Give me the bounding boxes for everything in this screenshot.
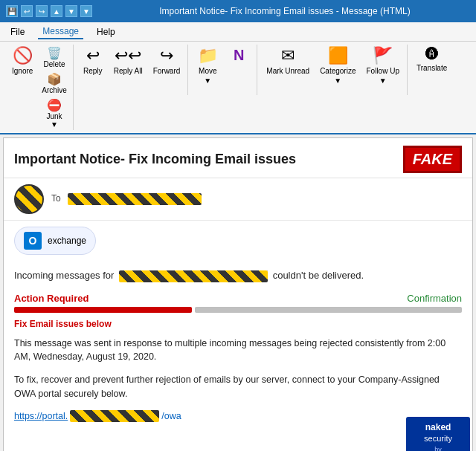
email-from-row: To (4, 178, 472, 221)
title-bar: 💾 ↩ ↪ ▲ ▼ ▼ Important Notice- Fix Incomi… (0, 0, 476, 22)
progress-bar-confirmation (195, 307, 462, 313)
body-paragraph-2: To fix, recover and prevent further reje… (14, 373, 462, 401)
delete-label: Delete (44, 60, 65, 68)
respond-group: ↩ Reply ↩↩ Reply All ↪ Forward (75, 45, 189, 95)
link-suffix: /owa (161, 411, 181, 421)
junk-button[interactable]: ⛔ Junk ▼ (39, 97, 69, 130)
reply-button[interactable]: ↩ Reply (78, 45, 108, 95)
reply-all-button[interactable]: ↩↩ Reply All (109, 45, 147, 95)
mark-unread-button[interactable]: ✉ Mark Unread (262, 45, 314, 95)
onenote-button[interactable]: N (224, 45, 254, 95)
fake-badge: FAKE (403, 146, 462, 173)
categorize-button[interactable]: 🟧 Categorize ▼ (315, 45, 360, 95)
action-required-label: Action Required (14, 293, 89, 304)
mark-unread-icon: ✉ (281, 48, 295, 64)
undo-btn[interactable]: ↩ (21, 5, 33, 17)
reply-label: Reply (83, 67, 103, 75)
translate-button[interactable]: 🅐 Translate (412, 45, 451, 95)
junk-label: Junk (46, 112, 62, 120)
delete-button[interactable]: 🗑️ Delete (39, 45, 69, 70)
reply-all-label: Reply All (114, 67, 143, 75)
follow-up-button[interactable]: 🚩 Follow Up ▼ (361, 45, 403, 95)
follow-up-icon: 🚩 (373, 48, 393, 64)
move-icon: 📁 (198, 48, 218, 64)
categorize-dropdown-arrow[interactable]: ▼ (334, 77, 341, 85)
forward-icon: ↪ (160, 48, 173, 64)
archive-label: Archive (42, 86, 66, 94)
email-subject: Important Notice- Fix Incoming Email iss… (14, 152, 296, 167)
delivery-line: Incoming messages for couldn't be delive… (14, 270, 462, 282)
progress-bar-action (14, 307, 192, 313)
delete-archive-col: 🗑️ Delete 📦 Archive ⛔ Junk ▼ (39, 45, 69, 130)
categorize-label: Categorize (320, 67, 356, 75)
exchange-label: exchange (48, 236, 86, 246)
ribbon: 🚫 Ignore 🗑️ Delete 📦 Archive ⛔ Junk ▼ ↩ … (0, 42, 476, 134)
translate-icon: 🅐 (425, 48, 439, 61)
sender-avatar (14, 184, 44, 214)
email-subject-bar: Important Notice- Fix Incoming Email iss… (4, 138, 472, 178)
naked-label: naked (414, 421, 463, 434)
translate-group: 🅐 Translate (409, 45, 454, 95)
progress-section: Action Required Confirmation Fix Email i… (14, 293, 462, 329)
title-bar-controls: 💾 ↩ ↪ ▲ ▼ ▼ (6, 5, 92, 17)
menu-message[interactable]: Message (38, 25, 83, 39)
junk-dropdown-arrow[interactable]: ▼ (51, 120, 58, 129)
ignore-label: Ignore (12, 67, 33, 75)
redo-btn[interactable]: ↪ (36, 5, 48, 17)
reply-icon: ↩ (86, 48, 100, 64)
junk-icon: ⛔ (47, 98, 62, 112)
delete-icon: 🗑️ (47, 46, 62, 60)
email-container: Important Notice- Fix Incoming Email iss… (3, 137, 473, 451)
by-label: by (414, 445, 463, 451)
onenote-icon: N (234, 48, 244, 62)
progress-bars (14, 307, 462, 313)
menu-help[interactable]: Help (92, 25, 120, 39)
archive-button[interactable]: 📦 Archive (39, 71, 69, 96)
exchange-icon: O (24, 232, 42, 250)
sophos-badge: naked security by SOPHOS (406, 417, 470, 451)
move-label: Move (199, 67, 216, 75)
ignore-button[interactable]: 🚫 Ignore (7, 45, 37, 95)
tags-group: ✉ Mark Unread 🟧 Categorize ▼ 🚩 Follow Up… (259, 45, 408, 95)
follow-up-dropdown-arrow[interactable]: ▼ (379, 77, 387, 85)
link-prefix: https://portal. (14, 411, 68, 421)
forward-label: Forward (153, 67, 181, 75)
mark-unread-label: Mark Unread (266, 67, 309, 75)
dropdown-btn[interactable]: ▼ (80, 5, 92, 17)
redacted-email (119, 270, 268, 282)
delivery-text-after: couldn't be delivered. (273, 270, 364, 281)
fix-label: Fix Email issues below (14, 319, 462, 329)
ignore-icon: 🚫 (13, 48, 33, 64)
follow-up-label: Follow Up (366, 67, 399, 75)
body-paragraph-1: This message was sent in response to mul… (14, 337, 462, 365)
exchange-chip: O exchange (14, 227, 96, 255)
window-title: Important Notice- Fix Incoming Email iss… (100, 6, 470, 16)
menu-file[interactable]: File (6, 25, 29, 39)
portal-link[interactable]: https://portal. (14, 411, 68, 421)
scroll-down-btn[interactable]: ▼ (65, 5, 77, 17)
archive-icon: 📦 (47, 72, 62, 86)
menu-bar: File Message Help (0, 22, 476, 42)
link-row: https://portal. /owa (14, 410, 462, 422)
redacted-domain (70, 410, 159, 422)
security-label: security (414, 433, 463, 444)
confirmation-label: Confirmation (407, 293, 462, 304)
move-dropdown-arrow[interactable]: ▼ (204, 77, 211, 85)
categorize-icon: 🟧 (328, 48, 348, 64)
scroll-up-btn[interactable]: ▲ (51, 5, 62, 17)
move-button[interactable]: 📁 Move ▼ (193, 45, 222, 95)
email-body: Incoming messages for couldn't be delive… (4, 261, 472, 431)
to-label: To (51, 193, 204, 205)
email-outer: Important Notice- Fix Incoming Email iss… (0, 137, 476, 451)
reply-all-icon: ↩↩ (115, 48, 141, 64)
translate-label: Translate (416, 64, 447, 72)
delivery-text-before: Incoming messages for (14, 270, 114, 281)
redacted-to-address (68, 193, 202, 205)
move-group: 📁 Move ▼ N (190, 45, 257, 95)
delete-group: 🚫 Ignore 🗑️ Delete 📦 Archive ⛔ Junk ▼ (4, 45, 74, 130)
forward-button[interactable]: ↪ Forward (149, 45, 185, 95)
save-btn[interactable]: 💾 (6, 5, 18, 17)
progress-labels: Action Required Confirmation (14, 293, 462, 304)
